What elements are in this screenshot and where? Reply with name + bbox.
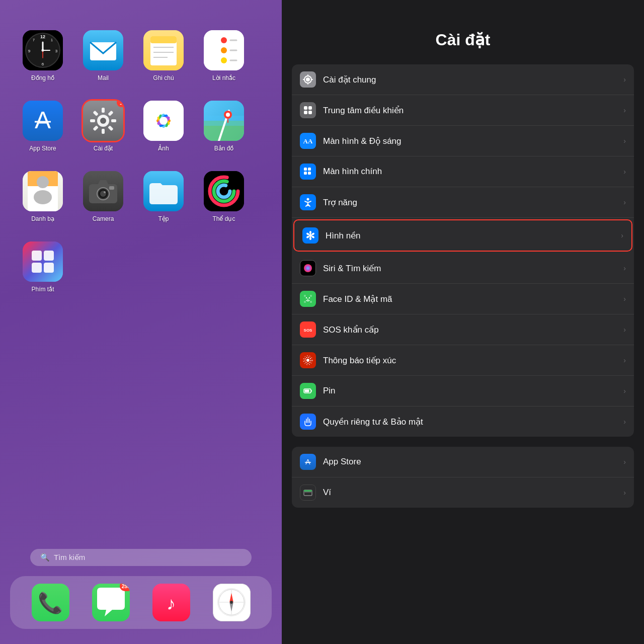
dock-messages[interactable]: 258 bbox=[92, 584, 130, 621]
settings-row-homescreen[interactable]: Màn hình chính › bbox=[292, 156, 634, 187]
dock-phone[interactable]: 📞 bbox=[32, 584, 69, 621]
svg-text:SOS: SOS bbox=[304, 328, 313, 333]
svg-point-11 bbox=[42, 49, 44, 52]
svg-rect-104 bbox=[308, 172, 311, 175]
svg-rect-33 bbox=[102, 108, 105, 113]
app-camera-label: Camera bbox=[93, 215, 114, 222]
settings-row-exposure[interactable]: Thông báo tiếp xúc › bbox=[292, 345, 634, 376]
settings-row-display[interactable]: AA Màn hình & Độ sáng › bbox=[292, 126, 634, 156]
svg-point-127 bbox=[306, 359, 309, 362]
sos-icon: SOS bbox=[300, 321, 316, 338]
app-photos-label: Ảnh bbox=[158, 145, 169, 152]
settings-row-privacy[interactable]: Quyền riêng tư & Bảo mật › bbox=[292, 407, 634, 437]
sos-label: SOS khẩn cấp bbox=[323, 325, 619, 335]
svg-rect-92 bbox=[307, 74, 308, 76]
svg-rect-95 bbox=[311, 79, 313, 80]
svg-point-90 bbox=[306, 77, 310, 82]
settings-row-battery[interactable]: Pin › bbox=[292, 376, 634, 407]
app-clock[interactable]: 12 3 6 9 7 1 Đồng hồ bbox=[15, 30, 70, 96]
svg-point-32 bbox=[100, 118, 106, 124]
search-icon: 🔍 bbox=[40, 553, 50, 562]
svg-rect-137 bbox=[304, 490, 312, 492]
homescreen-chevron: › bbox=[623, 168, 626, 176]
app-appstore-label: App Store bbox=[29, 145, 56, 152]
home-screen: 12 3 6 9 7 1 Đồng hồ bbox=[0, 0, 282, 644]
svg-point-113 bbox=[309, 237, 311, 240]
svg-text:📞: 📞 bbox=[38, 591, 63, 615]
homescreen-label: Màn hình chính bbox=[323, 167, 619, 177]
display-label: Màn hình & Độ sáng bbox=[323, 136, 619, 146]
svg-point-125 bbox=[309, 297, 310, 298]
svg-rect-132 bbox=[305, 390, 309, 392]
appstore-settings-chevron: › bbox=[623, 458, 626, 466]
app-settings[interactable]: 1 Cài đặt bbox=[75, 101, 131, 166]
appstore-settings-icon: A bbox=[300, 454, 316, 470]
app-appstore[interactable]: A App Store bbox=[15, 101, 70, 166]
accessibility-label: Trợ năng bbox=[323, 197, 619, 208]
app-fitness[interactable]: Thể dục bbox=[196, 171, 252, 236]
settings-row-appstore[interactable]: A App Store › bbox=[292, 447, 634, 477]
svg-rect-35 bbox=[111, 119, 116, 122]
app-camera[interactable]: Camera bbox=[75, 171, 131, 236]
settings-row-sos[interactable]: SOS SOS khẩn cấp › bbox=[292, 314, 634, 345]
faceid-icon bbox=[300, 291, 316, 307]
svg-text:A: A bbox=[305, 458, 310, 466]
settings-row-wallet[interactable]: Ví › bbox=[292, 477, 634, 508]
svg-rect-102 bbox=[308, 168, 311, 171]
app-shortcuts-label: Phím tắt bbox=[31, 286, 54, 293]
display-chevron: › bbox=[623, 137, 626, 145]
messages-badge: 258 bbox=[120, 584, 130, 591]
app-photos[interactable]: Ảnh bbox=[136, 101, 191, 166]
app-files-label: Tệp bbox=[158, 215, 169, 222]
app-grid: 12 3 6 9 7 1 Đồng hồ bbox=[0, 0, 282, 549]
svg-rect-98 bbox=[304, 111, 307, 114]
settings-section-1: Cài đặt chung › Trung tâm điều khiển › bbox=[292, 64, 634, 437]
svg-point-110 bbox=[309, 231, 311, 234]
svg-text:12: 12 bbox=[40, 34, 45, 39]
dock-safari[interactable] bbox=[213, 584, 251, 621]
svg-rect-74 bbox=[44, 251, 54, 261]
app-notes[interactable]: Ghi chú bbox=[136, 30, 191, 96]
siri-icon bbox=[300, 260, 316, 276]
svg-text:9: 9 bbox=[28, 49, 31, 53]
settings-header: Cài đặt bbox=[282, 0, 644, 59]
settings-row-siri[interactable]: Siri & Tìm kiếm › bbox=[292, 253, 634, 284]
settings-title: Cài đặt bbox=[297, 30, 629, 49]
svg-rect-93 bbox=[307, 83, 308, 85]
svg-rect-75 bbox=[32, 263, 42, 273]
svg-rect-72 bbox=[23, 242, 63, 282]
app-clock-label: Đồng hồ bbox=[31, 74, 54, 82]
settings-row-faceid[interactable]: Face ID & Mật mã › bbox=[292, 284, 634, 314]
wallet-icon bbox=[300, 485, 316, 501]
svg-point-109 bbox=[309, 234, 312, 237]
dock: 📞 258 bbox=[10, 576, 272, 629]
settings-list: Cài đặt chung › Trung tâm điều khiển › bbox=[282, 59, 644, 644]
app-contacts[interactable]: Danh bạ bbox=[15, 171, 70, 236]
app-shortcuts[interactable]: Phím tắt bbox=[15, 242, 70, 307]
settings-row-wallpaper[interactable]: Hình nền › bbox=[293, 219, 632, 252]
svg-rect-73 bbox=[32, 251, 42, 261]
settings-row-general[interactable]: Cài đặt chung › bbox=[292, 64, 634, 95]
faceid-label: Face ID & Mật mã bbox=[323, 294, 619, 304]
dock-music[interactable]: ♪ bbox=[152, 584, 190, 621]
app-reminders[interactable]: Lời nhắc bbox=[196, 30, 252, 96]
appstore-settings-label: App Store bbox=[323, 457, 619, 467]
battery-icon bbox=[300, 383, 316, 399]
privacy-label: Quyền riêng tư & Bảo mật bbox=[323, 417, 619, 427]
settings-row-accessibility[interactable]: Trợ năng › bbox=[292, 187, 634, 218]
app-mail[interactable]: Mail bbox=[75, 30, 131, 96]
svg-text:A: A bbox=[35, 107, 51, 133]
app-files[interactable]: Tệp bbox=[136, 171, 191, 236]
settings-row-control[interactable]: Trung tâm điều khiển › bbox=[292, 95, 634, 126]
svg-rect-101 bbox=[304, 168, 307, 171]
svg-point-116 bbox=[304, 264, 312, 272]
battery-chevron: › bbox=[623, 387, 626, 395]
svg-rect-76 bbox=[44, 263, 54, 273]
search-bar[interactable]: 🔍 Tìm kiếm bbox=[30, 549, 252, 566]
svg-rect-37 bbox=[102, 129, 105, 134]
svg-point-59 bbox=[34, 190, 52, 204]
svg-rect-117 bbox=[304, 295, 306, 297]
svg-rect-39 bbox=[90, 119, 95, 122]
app-maps[interactable]: Bản đồ bbox=[196, 101, 252, 166]
svg-text:7: 7 bbox=[33, 38, 35, 42]
